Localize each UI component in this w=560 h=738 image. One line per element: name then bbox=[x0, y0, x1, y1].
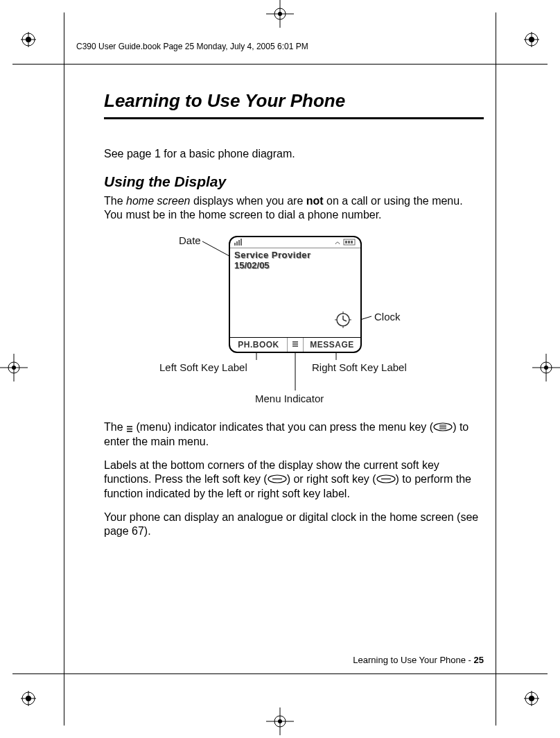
registration-mark-br bbox=[524, 691, 539, 706]
svg-rect-39 bbox=[238, 240, 240, 246]
registration-mark-tr bbox=[524, 32, 539, 47]
service-provider-label: Service Provider bbox=[234, 250, 356, 260]
crop-line-right bbox=[496, 12, 496, 726]
crop-mark-top bbox=[266, 0, 294, 31]
footer-page-number: 25 bbox=[474, 655, 484, 665]
status-bar bbox=[230, 237, 360, 248]
svg-point-11 bbox=[12, 366, 16, 370]
display-diagram: Date Clock Left Soft Key Label Right Sof… bbox=[104, 232, 484, 412]
callout-menu-indicator: Menu Indicator bbox=[255, 393, 324, 404]
left-soft-key-icon bbox=[268, 473, 287, 487]
callout-left-soft-key: Left Soft Key Label bbox=[159, 361, 247, 373]
page-title: Learning to Use Your Phone bbox=[104, 90, 484, 119]
crop-mark-left bbox=[0, 354, 28, 384]
p1-italic: home screen bbox=[126, 195, 191, 207]
phone-screen: Service Provider 15/02/05 PH.BOOK bbox=[229, 236, 362, 353]
left-soft-key-label: PH.BOOK bbox=[230, 338, 287, 352]
paragraph-4: Your phone can display an analogue or di… bbox=[104, 510, 484, 538]
crop-mark-bottom bbox=[266, 707, 294, 738]
p1-bold: not bbox=[306, 195, 324, 207]
paragraph-3: Labels at the bottom corners of the disp… bbox=[104, 458, 484, 501]
status-right-icons bbox=[334, 239, 356, 247]
menu-indicator-icon bbox=[287, 338, 304, 352]
page-footer: Learning to Use Your Phone - 25 bbox=[353, 655, 484, 665]
crop-mark-right bbox=[532, 354, 560, 384]
svg-point-15 bbox=[544, 366, 548, 370]
svg-rect-44 bbox=[351, 241, 353, 243]
page-header: C390 User Guide.book Page 25 Monday, Jul… bbox=[76, 42, 308, 51]
svg-rect-43 bbox=[348, 241, 350, 243]
svg-point-3 bbox=[278, 12, 282, 16]
right-soft-key-label: MESSAGE bbox=[304, 338, 360, 352]
section-heading: Using the Display bbox=[104, 173, 484, 190]
menu-key-icon bbox=[433, 421, 453, 435]
intro-paragraph: See page 1 for a basic phone diagram. bbox=[104, 147, 484, 161]
softkey-bar: PH.BOOK MESSAGE bbox=[230, 337, 360, 352]
clock-icon bbox=[334, 311, 352, 332]
crop-line-bottom bbox=[12, 673, 548, 674]
svg-rect-42 bbox=[345, 241, 347, 243]
content-area: Learning to Use Your Phone See page 1 fo… bbox=[104, 90, 484, 548]
callout-date: Date bbox=[179, 234, 201, 246]
svg-rect-37 bbox=[234, 243, 236, 246]
p1-text-a: The bbox=[104, 195, 126, 207]
callout-clock: Clock bbox=[374, 311, 401, 323]
screen-body: Service Provider 15/02/05 bbox=[230, 248, 360, 337]
menu-glyph-icon bbox=[126, 421, 133, 435]
registration-mark-bl bbox=[21, 691, 36, 706]
registration-mark-tl bbox=[21, 32, 36, 47]
paragraph-1: The home screen displays when you are no… bbox=[104, 194, 484, 222]
right-soft-key-icon bbox=[376, 473, 396, 487]
svg-rect-38 bbox=[236, 241, 238, 246]
date-display: 15/02/05 bbox=[234, 260, 356, 271]
signal-icon bbox=[234, 239, 247, 247]
p1-text-c: displays when you are bbox=[191, 195, 306, 207]
p3-b: ) or right soft key ( bbox=[287, 473, 376, 485]
p2-b: (menu) indicator indicates that you can … bbox=[133, 421, 433, 433]
svg-point-7 bbox=[278, 719, 282, 723]
paragraph-2: The (menu) indicator indicates that you … bbox=[104, 420, 484, 449]
p2-a: The bbox=[104, 421, 126, 433]
svg-rect-40 bbox=[240, 239, 242, 246]
callout-right-soft-key: Right Soft Key Label bbox=[312, 361, 407, 373]
footer-text: Learning to Use Your Phone - bbox=[353, 655, 473, 665]
